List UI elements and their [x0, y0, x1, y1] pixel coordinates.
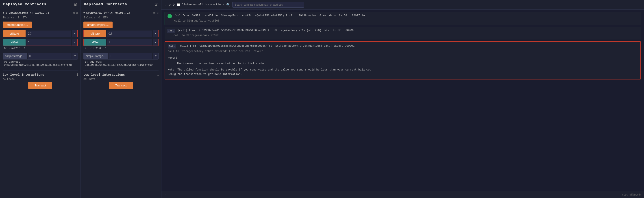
sfget-input-1[interactable] — [26, 39, 71, 46]
simplestorage-chevron-2[interactable]: ▼ — [153, 53, 158, 59]
low-level-section-1: Low level interactions ℹ CALLDATA Transa… — [3, 70, 78, 89]
chevron-down-icon[interactable]: ▼ — [3, 12, 4, 14]
simplestorage-row-2: simpleStorage... ▼ — [84, 53, 158, 60]
contract-name-1: STORAGEFACTORY AT 0XD91...3 — [6, 12, 72, 15]
contract-block-2: ▼ STORAGEFACTORY AT 0XD91...3 ⧉ ✕ Balanc… — [84, 11, 158, 68]
panel-1-trash-icon[interactable]: 🗑 — [74, 2, 77, 7]
sfstore-btn-2[interactable]: sfStore — [84, 30, 106, 37]
log-entry-success-sub: call to StorageFactory.sfGet — [168, 19, 638, 23]
log-entry-error-header: CALL [call] from: 0x5B38Da6a701c568545dC… — [168, 44, 638, 49]
copy-icon-2[interactable]: ⧉ — [154, 12, 156, 15]
info-icon-2[interactable]: ℹ — [158, 73, 158, 77]
simplestorage-input-2[interactable] — [108, 53, 152, 59]
sfget-result-1: 0: uint256: 7 — [3, 46, 78, 51]
search-input[interactable] — [232, 2, 304, 8]
info-icon-1[interactable]: ℹ — [77, 73, 78, 77]
contract-name-2: STORAGEFACTORY AT 0XD91...3 — [86, 12, 152, 15]
panel-1-body: ▼ STORAGEFACTORY AT 0XD91...3 ⧉ ✕ Balanc… — [0, 9, 80, 198]
simplestorage-chevron-1[interactable]: ▼ — [72, 53, 78, 59]
contract-row-2: ▼ STORAGEFACTORY AT 0XD91...3 ⧉ ✕ — [84, 11, 158, 15]
log-entry-error-sub: call to StorageFactory.sfGet errored: Er… — [168, 49, 638, 54]
close-icon-2[interactable]: ✕ — [157, 11, 158, 15]
log-entry-call-1: CALL [call] from: 0x5B38Da6a701c568545dC… — [164, 27, 641, 40]
low-level-section-2: Low level interactions ℹ CALLDATA Transa… — [84, 70, 158, 89]
simplestorage-btn-1[interactable]: simpleStorage... — [3, 53, 27, 59]
panel-1-header: Deployed Contracts 🗑 — [0, 0, 80, 9]
stop-icon[interactable]: ⊘ — [168, 3, 170, 7]
log-entry-success-text: [vm] from: 0x5B3...eddC4 to: StorageFact… — [174, 14, 365, 18]
right-arrow-icon[interactable]: › — [164, 192, 167, 197]
count-badge: 0 — [173, 3, 175, 7]
call-tag-1: CALL — [167, 29, 175, 33]
sfstore-row-1: sfStore ▼ — [3, 30, 78, 37]
footer-credit: CSDN @绝迹之者 — [622, 193, 641, 196]
simplestorage-result-2: 0: address: 0x5C9eb5D6a6C2c1B3EFc52255C0… — [84, 60, 158, 68]
contract-block-1: ▼ STORAGEFACTORY AT 0XD91...3 ⧉ ✕ Balanc… — [3, 11, 78, 68]
low-level-title-1: Low level interactions — [3, 73, 44, 77]
low-level-header-2: Low level interactions ℹ — [84, 73, 158, 77]
transact-btn-2[interactable]: Transact — [109, 82, 133, 89]
sfstore-row-2: sfStore ▼ — [84, 30, 158, 37]
log-revert-label: revert — [168, 56, 638, 61]
log-entry-call-1-header: CALL [call] from: 0x5B38Da6a701c568545dC… — [167, 29, 638, 33]
sfstore-group-1: sfStore ▼ — [3, 30, 78, 37]
log-entry-success: ✓ [vm] from: 0x5B3...eddC4 to: StorageFa… — [164, 12, 641, 25]
search-icon: 🔍 — [226, 3, 230, 7]
create-simple-btn-1[interactable]: createSimpleS... — [3, 22, 32, 28]
simplestorage-input-1[interactable] — [28, 53, 72, 59]
panel-2-title: Deployed Contracts — [84, 2, 127, 7]
success-icon: ✓ — [168, 14, 172, 19]
sfstore-group-2: sfStore ▼ — [84, 30, 158, 37]
sfstore-btn-1[interactable]: sfStore — [3, 30, 26, 37]
calldata-label-1: CALLDATA — [3, 78, 78, 81]
sfget-result-2: 0: uint256: 7 — [84, 46, 158, 51]
simplestorage-row-1: simpleStorage... ▼ — [3, 53, 78, 60]
simplestorage-group-2: simpleStorage... ▼ 0: address: 0x5C9eb5D… — [84, 53, 158, 68]
panel-2-trash-icon[interactable]: 🗑 — [154, 2, 158, 7]
log-panel: ⌄ ⊘ 0 listen on all transactions 🔍 ✓ [vm… — [162, 0, 644, 198]
listen-label: listen on all transactions — [182, 3, 224, 6]
sfget-group-2: sfGet ▼ 0: uint256: 7 — [84, 39, 158, 51]
panel-1: Deployed Contracts 🗑 ▼ STORAGEFACTORY AT… — [0, 0, 81, 198]
log-entry-error: CALL [call] from: 0x5B38Da6a701c568545dC… — [164, 41, 641, 79]
log-toolbar: ⌄ ⊘ 0 listen on all transactions 🔍 — [162, 0, 644, 10]
sfget-btn-2[interactable]: sfGet — [84, 39, 106, 46]
log-entry-error-text: [call] from: 0x5B38Da6a701c568545dCfcB03… — [178, 44, 354, 48]
log-revert-note: Note: The called function should be paya… — [168, 68, 638, 77]
sfstore-input-1[interactable] — [26, 31, 71, 37]
panel-1-title: Deployed Contracts — [3, 2, 46, 7]
sfget-input-2[interactable] — [107, 39, 152, 46]
contract-row-1: ▼ STORAGEFACTORY AT 0XD91...3 ⧉ ✕ — [3, 11, 78, 15]
panel-2: Deployed Contracts 🗑 ▼ STORAGEFACTORY AT… — [81, 0, 162, 198]
log-entry-call-1-sub: call to StorageFactory.sfGet — [167, 34, 638, 38]
simplestorage-btn-2[interactable]: simpleStorage... — [84, 53, 108, 59]
low-level-title-2: Low level interactions — [84, 73, 125, 77]
log-entry-call-1-text: [call] from: 0x5B38Da6a701c568545dCfcB03… — [178, 29, 354, 33]
log-revert-message: The transaction has been reverted to the… — [168, 61, 638, 66]
log-body: ✓ [vm] from: 0x5B3...eddC4 to: StorageFa… — [162, 10, 644, 191]
sfstore-input-2[interactable] — [107, 31, 152, 37]
low-level-header-1: Low level interactions ℹ — [3, 73, 78, 77]
sfget-row-2: sfGet ▼ — [84, 39, 158, 46]
chevron-down-icon-2[interactable]: ▼ — [84, 12, 85, 14]
panel-2-header: Deployed Contracts 🗑 — [81, 0, 161, 9]
copy-icon-1[interactable]: ⧉ — [73, 12, 75, 15]
sfget-group-1: sfGet ▼ 0: uint256: 7 — [3, 39, 78, 51]
sfget-chevron-2[interactable]: ▼ — [153, 39, 158, 46]
sfstore-chevron-1[interactable]: ▼ — [72, 30, 77, 37]
sfget-chevron-1[interactable]: ▼ — [72, 39, 77, 46]
create-simple-btn-2[interactable]: createSimpleS... — [84, 22, 112, 28]
balance-1: Balance: 0. ETH — [3, 16, 78, 19]
close-icon-1[interactable]: ✕ — [76, 11, 78, 15]
simplestorage-group-1: simpleStorage... ▼ 0: address: 0x5C9eb5D… — [3, 53, 78, 68]
sfget-btn-1[interactable]: sfGet — [3, 39, 26, 46]
sfget-row-1: sfGet ▼ — [3, 39, 78, 46]
sfstore-chevron-2[interactable]: ▼ — [153, 30, 158, 37]
balance-2: Balance: 0. ETH — [84, 16, 158, 19]
chevron-down-log-icon[interactable]: ⌄ — [164, 3, 166, 7]
transact-btn-1[interactable]: Transact — [28, 82, 52, 89]
simplestorage-result-1: 0: address: 0x5C9eb5D6a6C2c1B3EFc52255C0… — [3, 60, 78, 68]
listen-checkbox[interactable] — [177, 3, 180, 6]
calldata-label-2: CALLDATA — [84, 78, 158, 81]
panel-2-body: ▼ STORAGEFACTORY AT 0XD91...3 ⧉ ✕ Balanc… — [81, 9, 161, 198]
